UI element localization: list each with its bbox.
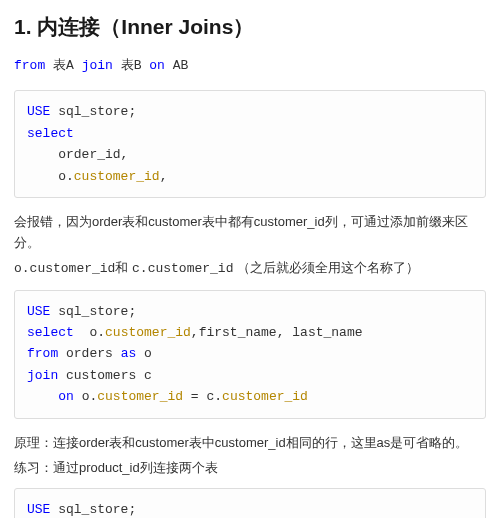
- text-and: 和: [115, 260, 132, 275]
- kw-use: USE: [27, 304, 50, 319]
- code-text: order_id,: [27, 147, 128, 162]
- col-customer-id: customer_id: [105, 325, 191, 340]
- code-block-1: USE sql_store; select order_id, o.custom…: [14, 90, 486, 198]
- code-text: orders: [58, 346, 120, 361]
- kw-use: USE: [27, 104, 50, 119]
- section-heading: 1. 内连接（Inner Joins）: [14, 10, 486, 44]
- code-text: o.: [74, 389, 97, 404]
- code-text: ,: [160, 169, 168, 184]
- inline-ocust: o.customer_id: [14, 261, 115, 276]
- kw-from: from: [14, 58, 45, 73]
- kw-on: on: [58, 389, 74, 404]
- syntax-line: from 表A join 表B on AB: [14, 56, 486, 77]
- kw-use: USE: [27, 502, 50, 517]
- kw-on: on: [149, 58, 165, 73]
- paragraph-prefix: o.customer_id和 c.customer_id （之后就必须全用这个名…: [14, 258, 486, 280]
- code-text: customers c: [58, 368, 152, 383]
- paragraph-error: 会报错，因为order表和customer表中都有customer_id列，可通…: [14, 212, 486, 254]
- tab-b: 表B: [121, 58, 142, 73]
- code-text: [27, 389, 58, 404]
- code-text: o: [136, 346, 152, 361]
- code-text: sql_store;: [50, 104, 136, 119]
- tab-a: 表A: [53, 58, 74, 73]
- col-customer-id: customer_id: [97, 389, 183, 404]
- code-text: =: [183, 389, 206, 404]
- col-customer-id: customer_id: [222, 389, 308, 404]
- code-text: o.: [74, 325, 105, 340]
- text-rest: （之后就必须全用这个名称了）: [233, 260, 419, 275]
- code-text: sql_store;: [50, 502, 136, 517]
- code-text: o.: [27, 169, 74, 184]
- code-block-3: USE sql_store; select oi.*,p.name from o…: [14, 488, 486, 518]
- paragraph-exercise: 练习：通过product_id列连接两个表: [14, 458, 486, 479]
- code-text: sql_store;: [50, 304, 136, 319]
- code-text: c.: [206, 389, 222, 404]
- code-block-2: USE sql_store; select o.customer_id,firs…: [14, 290, 486, 419]
- col-customer-id: customer_id: [74, 169, 160, 184]
- code-text: ,first_name, last_name: [191, 325, 363, 340]
- ab: AB: [173, 58, 189, 73]
- kw-join: join: [27, 368, 58, 383]
- kw-join: join: [82, 58, 113, 73]
- kw-from: from: [27, 346, 58, 361]
- paragraph-principle: 原理：连接order表和customer表中customer_id相同的行，这里…: [14, 433, 486, 454]
- kw-as: as: [121, 346, 137, 361]
- kw-select: select: [27, 325, 74, 340]
- kw-select: select: [27, 126, 74, 141]
- inline-ccust: c.customer_id: [132, 261, 233, 276]
